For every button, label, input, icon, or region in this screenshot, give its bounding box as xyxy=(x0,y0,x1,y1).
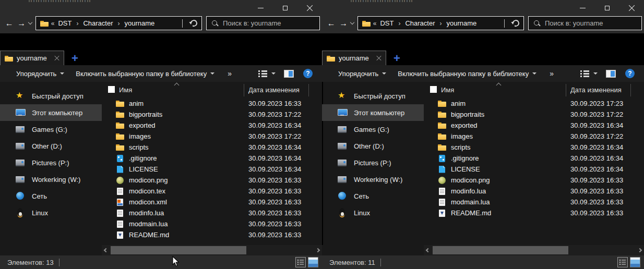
file-row[interactable]: modicon.xml 30.09.2023 16:33 xyxy=(102,197,322,207)
details-view-button[interactable] xyxy=(617,257,628,267)
change-view-button[interactable] xyxy=(258,70,268,77)
file-row[interactable]: LICENSE 30.09.2023 16:34 xyxy=(424,164,644,175)
horizontal-scrollbar[interactable] xyxy=(102,245,322,255)
file-row[interactable]: .gitignore 30.09.2023 16:34 xyxy=(424,153,644,164)
view-dropdown-button[interactable] xyxy=(271,72,276,75)
tab-close-icon[interactable] xyxy=(54,56,59,61)
breadcrumb-collapsed-button[interactable]: « xyxy=(373,20,377,27)
view-dropdown-button[interactable] xyxy=(593,72,598,75)
column-header-name[interactable]: Имя xyxy=(119,86,132,94)
sidebar-item[interactable]: Workerking (W:) xyxy=(322,171,424,188)
back-button[interactable]: ← xyxy=(3,19,15,28)
file-row[interactable]: README.md 30.09.2023 16:33 xyxy=(102,229,322,240)
search-input[interactable] xyxy=(223,19,315,27)
sidebar-item[interactable]: Other (D:) xyxy=(0,138,102,154)
minimize-button[interactable] xyxy=(248,0,273,16)
forward-button[interactable]: → xyxy=(337,19,349,28)
toolbar-overflow-button[interactable]: » xyxy=(220,69,239,78)
column-separator[interactable] xyxy=(244,84,244,96)
refresh-button[interactable] xyxy=(189,19,198,28)
scroll-left-button[interactable] xyxy=(102,245,110,255)
sidebar-item[interactable]: Other (D:) xyxy=(322,138,424,154)
preview-pane-button[interactable] xyxy=(606,70,616,78)
sidebar-item[interactable]: Linux xyxy=(322,204,424,221)
new-tab-button[interactable]: + xyxy=(393,54,400,63)
sidebar-item[interactable]: Pictures (P:) xyxy=(322,154,424,171)
file-row[interactable]: bigportraits 30.09.2023 17:22 xyxy=(102,109,322,120)
address-field[interactable]: « DST › Character › yourname xyxy=(35,16,202,30)
column-header-date[interactable]: Дата изменения xyxy=(248,86,300,94)
sidebar-item[interactable]: Pictures (P:) xyxy=(0,154,102,171)
breadcrumb-segment-character[interactable]: Character xyxy=(404,19,436,27)
maximize-button[interactable] xyxy=(595,0,619,16)
file-row[interactable]: README.md 30.09.2023 16:33 xyxy=(424,207,644,218)
file-row[interactable]: exported 30.09.2023 16:34 xyxy=(102,120,322,131)
recent-locations-button[interactable] xyxy=(28,22,33,24)
refresh-button[interactable] xyxy=(511,19,520,28)
file-row[interactable]: anim 30.09.2023 16:33 xyxy=(102,98,322,109)
file-row[interactable]: anim 30.09.2023 17:23 xyxy=(424,98,644,109)
column-separator[interactable] xyxy=(308,84,309,96)
file-row[interactable]: modinfo.lua 30.09.2023 16:33 xyxy=(424,186,644,197)
file-row[interactable]: modmain.lua 30.09.2023 16:33 xyxy=(102,218,322,229)
details-view-button[interactable] xyxy=(295,257,306,267)
organize-button[interactable]: Упорядочить xyxy=(332,65,392,82)
file-row[interactable]: exported 30.09.2023 16:34 xyxy=(424,120,644,131)
file-row[interactable]: .gitignore 30.09.2023 16:34 xyxy=(102,153,322,164)
column-header-date[interactable]: Дата изменения xyxy=(570,86,622,94)
breadcrumb-segment-dst[interactable]: DST xyxy=(57,19,73,27)
sidebar-item[interactable]: Сеть xyxy=(0,188,102,204)
column-separator[interactable] xyxy=(566,84,566,96)
sidebar-item[interactable]: Быстрый доступ xyxy=(0,88,102,104)
file-row[interactable]: modinfo.lua 30.09.2023 16:33 xyxy=(102,207,322,218)
file-row[interactable]: images 30.09.2023 17:22 xyxy=(424,131,644,142)
sidebar-item[interactable]: Linux xyxy=(0,204,102,221)
tab-yourname[interactable]: yourname xyxy=(0,51,64,65)
change-view-button[interactable] xyxy=(580,70,590,77)
organize-button[interactable]: Упорядочить xyxy=(10,65,70,82)
file-row[interactable]: scripts 30.09.2023 16:34 xyxy=(102,142,322,153)
sidebar-item[interactable]: Workerking (W:) xyxy=(0,171,102,188)
breadcrumb-segment-dst[interactable]: DST xyxy=(379,19,395,27)
thumbnail-view-button[interactable] xyxy=(308,257,318,267)
select-all-checkbox[interactable] xyxy=(108,86,115,93)
new-tab-button[interactable]: + xyxy=(71,54,78,63)
address-field[interactable]: « DST › Character › yourname xyxy=(357,16,524,30)
file-row[interactable]: modicon.png 30.09.2023 16:33 xyxy=(102,175,322,186)
maximize-button[interactable] xyxy=(273,0,297,16)
minimize-button[interactable] xyxy=(570,0,595,16)
address-dropdown-button[interactable] xyxy=(182,19,183,27)
close-button[interactable] xyxy=(297,0,322,16)
horizontal-scrollbar[interactable] xyxy=(424,245,644,255)
search-box[interactable] xyxy=(206,16,320,30)
select-all-checkbox[interactable] xyxy=(430,86,437,93)
file-row[interactable]: modicon.png 30.09.2023 16:33 xyxy=(424,175,644,186)
help-button[interactable]: ? xyxy=(625,69,635,78)
sidebar-item[interactable]: Этот компьютер xyxy=(0,104,102,121)
thumbnail-view-button[interactable] xyxy=(630,257,640,267)
close-button[interactable] xyxy=(619,0,644,16)
file-row[interactable]: modicon.tex 30.09.2023 16:33 xyxy=(102,186,322,197)
tab-yourname[interactable]: yourname xyxy=(322,51,386,65)
include-in-library-button[interactable]: Включить выбранную папку в библиотеку xyxy=(392,65,542,82)
toolbar-overflow-button[interactable]: » xyxy=(542,69,561,78)
column-separator[interactable] xyxy=(630,84,631,96)
column-header-name[interactable]: Имя xyxy=(441,86,454,94)
file-row[interactable]: LICENSE 30.09.2023 16:34 xyxy=(102,164,322,175)
file-row[interactable]: modmain.lua 30.09.2023 16:33 xyxy=(424,197,644,207)
search-box[interactable] xyxy=(528,16,642,30)
scroll-right-button[interactable] xyxy=(314,245,322,255)
back-button[interactable]: ← xyxy=(325,19,337,28)
sidebar-item[interactable]: Games (G:) xyxy=(0,121,102,138)
breadcrumb-collapsed-button[interactable]: « xyxy=(51,20,55,27)
include-in-library-button[interactable]: Включить выбранную папку в библиотеку xyxy=(70,65,220,82)
file-row[interactable]: bigportraits 30.09.2023 17:22 xyxy=(424,109,644,120)
scrollbar-thumb[interactable] xyxy=(111,246,246,254)
help-button[interactable]: ? xyxy=(303,69,313,78)
sidebar-item[interactable]: Games (G:) xyxy=(322,121,424,138)
recent-locations-button[interactable] xyxy=(350,22,355,24)
breadcrumb-segment-yourname[interactable]: yourname xyxy=(124,19,156,27)
scroll-right-button[interactable] xyxy=(636,245,644,255)
forward-button[interactable]: → xyxy=(15,19,27,28)
scrollbar-thumb[interactable] xyxy=(433,246,568,254)
